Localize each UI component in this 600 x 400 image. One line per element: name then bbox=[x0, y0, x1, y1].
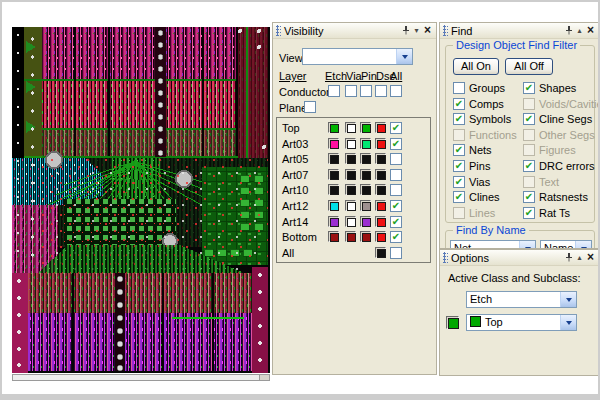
active-subclass-combo[interactable]: Top bbox=[466, 314, 577, 331]
grip-icon[interactable] bbox=[276, 25, 281, 36]
layer-all-checkbox[interactable]: ✔ bbox=[390, 216, 402, 228]
layer-column-header[interactable]: Layer bbox=[279, 70, 307, 82]
layer-pin-swatch[interactable] bbox=[360, 122, 371, 133]
layer-all-checkbox[interactable] bbox=[390, 169, 402, 181]
pin-icon[interactable] bbox=[563, 252, 574, 264]
conductors-pin-checkbox[interactable] bbox=[360, 85, 372, 97]
chevron-down-icon[interactable] bbox=[396, 49, 412, 64]
subclass-inline-swatch bbox=[470, 316, 481, 327]
find-checkbox-groups[interactable] bbox=[453, 82, 465, 94]
find-by-name-type-combo[interactable]: Net bbox=[450, 240, 536, 249]
find-label-other-segs: Other Segs bbox=[539, 129, 595, 141]
visibility-titlebar[interactable]: Visibility ▾ × bbox=[273, 23, 436, 39]
layer-via-swatch[interactable] bbox=[345, 216, 356, 227]
scrollbar-button[interactable] bbox=[259, 375, 269, 380]
layer-via-swatch[interactable] bbox=[345, 138, 356, 149]
grip-icon[interactable] bbox=[443, 252, 448, 263]
layer-pin-swatch[interactable] bbox=[360, 138, 371, 149]
layer-etch-swatch[interactable] bbox=[328, 200, 339, 211]
layer-dsc-swatch[interactable] bbox=[375, 184, 386, 195]
layer-dsc-swatch[interactable] bbox=[375, 169, 386, 180]
find-checkbox-vias[interactable]: ✔ bbox=[453, 176, 465, 188]
conductors-all-checkbox[interactable] bbox=[390, 85, 402, 97]
layer-dsc-swatch[interactable] bbox=[375, 122, 386, 133]
close-icon[interactable]: × bbox=[585, 252, 596, 263]
layer-all-checkbox[interactable] bbox=[390, 153, 402, 165]
pin-column-header[interactable]: Pin bbox=[361, 70, 377, 82]
layer-dsc-swatch[interactable] bbox=[375, 200, 386, 211]
layer-via-swatch[interactable] bbox=[345, 153, 356, 164]
layer-all-checkbox[interactable]: ✔ bbox=[390, 122, 402, 134]
chevron-down-icon[interactable] bbox=[519, 241, 535, 249]
layer-etch-swatch[interactable] bbox=[328, 138, 339, 149]
all-on-button[interactable]: All On bbox=[453, 58, 499, 75]
layer-dsc-swatch[interactable] bbox=[375, 231, 386, 242]
find-checkbox-shapes[interactable]: ✔ bbox=[523, 82, 535, 94]
chevron-down-icon[interactable] bbox=[575, 241, 591, 249]
pcb-hscrollbar[interactable] bbox=[12, 374, 270, 381]
find-checkbox-symbols[interactable]: ✔ bbox=[453, 113, 465, 125]
layer-pin-swatch[interactable] bbox=[360, 184, 371, 195]
via-column-header[interactable]: Via bbox=[346, 70, 362, 82]
all-column-header[interactable]: All bbox=[390, 70, 402, 82]
layer-etch-swatch[interactable] bbox=[328, 122, 339, 133]
conductors-etch-checkbox[interactable] bbox=[328, 85, 340, 97]
layer-pin-swatch[interactable] bbox=[360, 200, 371, 211]
grip-icon[interactable] bbox=[443, 25, 448, 36]
find-checkbox-cline-segs[interactable]: ✔ bbox=[523, 113, 535, 125]
layer-via-swatch[interactable] bbox=[345, 231, 356, 242]
find-checkbox-ratsnests[interactable]: ✔ bbox=[523, 191, 535, 203]
layer-dsc-swatch[interactable] bbox=[375, 138, 386, 149]
pcb-canvas[interactable] bbox=[12, 27, 270, 373]
all-off-button[interactable]: All Off bbox=[505, 58, 553, 75]
layer-pin-swatch[interactable] bbox=[360, 216, 371, 227]
layer-etch-swatch[interactable] bbox=[328, 169, 339, 180]
options-titlebar[interactable]: Options ▴ × bbox=[440, 250, 599, 266]
find-label-pins: Pins bbox=[469, 160, 490, 172]
layer-etch-swatch[interactable] bbox=[328, 216, 339, 227]
find-checkbox-rat-ts[interactable]: ✔ bbox=[523, 207, 535, 219]
etch-column-header[interactable]: Etch bbox=[325, 70, 347, 82]
chevron-down-icon[interactable] bbox=[560, 315, 576, 330]
find-checkbox-drc-errors[interactable]: ✔ bbox=[523, 160, 535, 172]
layer-all-checkbox[interactable]: ✔ bbox=[390, 231, 402, 243]
layer-pin-swatch[interactable] bbox=[360, 231, 371, 242]
layer-all-checkbox[interactable]: ✔ bbox=[390, 138, 402, 150]
layer-dsc-swatch[interactable] bbox=[375, 216, 386, 227]
close-icon[interactable]: × bbox=[585, 25, 596, 36]
find-by-name-mode-combo[interactable]: Name bbox=[540, 240, 592, 249]
active-class-combo[interactable]: Etch bbox=[466, 291, 577, 308]
layer-pin-swatch[interactable] bbox=[360, 153, 371, 164]
chevron-down-icon[interactable] bbox=[560, 292, 576, 307]
find-checkbox-clines[interactable]: ✔ bbox=[453, 191, 465, 203]
collapse-icon[interactable]: ▴ bbox=[574, 252, 585, 263]
find-titlebar[interactable]: Find ▴ × bbox=[440, 23, 599, 39]
layer-via-swatch[interactable] bbox=[345, 200, 356, 211]
active-class-value: Etch bbox=[470, 293, 560, 305]
layer-etch-swatch[interactable] bbox=[328, 153, 339, 164]
layer-dsc-swatch[interactable] bbox=[375, 247, 386, 258]
layer-dsc-swatch[interactable] bbox=[375, 153, 386, 164]
conductors-via-checkbox[interactable] bbox=[345, 85, 357, 97]
find-checkbox-comps[interactable]: ✔ bbox=[453, 98, 465, 110]
collapse-icon[interactable]: ▴ bbox=[574, 25, 585, 36]
layer-all-checkbox[interactable]: ✔ bbox=[390, 200, 402, 212]
layer-etch-swatch[interactable] bbox=[328, 184, 339, 195]
layer-via-swatch[interactable] bbox=[345, 169, 356, 180]
pin-icon[interactable] bbox=[563, 25, 574, 37]
conductors-dsc-checkbox[interactable] bbox=[375, 85, 387, 97]
layer-via-swatch[interactable] bbox=[345, 184, 356, 195]
layer-via-swatch[interactable] bbox=[345, 122, 356, 133]
layer-etch-swatch[interactable] bbox=[328, 231, 339, 242]
subclass-color-swatch[interactable] bbox=[446, 316, 459, 329]
find-checkbox-pins[interactable]: ✔ bbox=[453, 160, 465, 172]
collapse-icon[interactable]: ▾ bbox=[411, 25, 422, 36]
close-icon[interactable]: × bbox=[422, 25, 433, 36]
views-combo[interactable] bbox=[302, 48, 413, 65]
planes-checkbox[interactable] bbox=[304, 101, 316, 113]
layer-all-checkbox[interactable] bbox=[390, 184, 402, 196]
layer-all-checkbox[interactable] bbox=[390, 247, 402, 259]
pin-icon[interactable] bbox=[400, 25, 411, 37]
layer-pin-swatch[interactable] bbox=[360, 169, 371, 180]
find-checkbox-nets[interactable]: ✔ bbox=[453, 144, 465, 156]
